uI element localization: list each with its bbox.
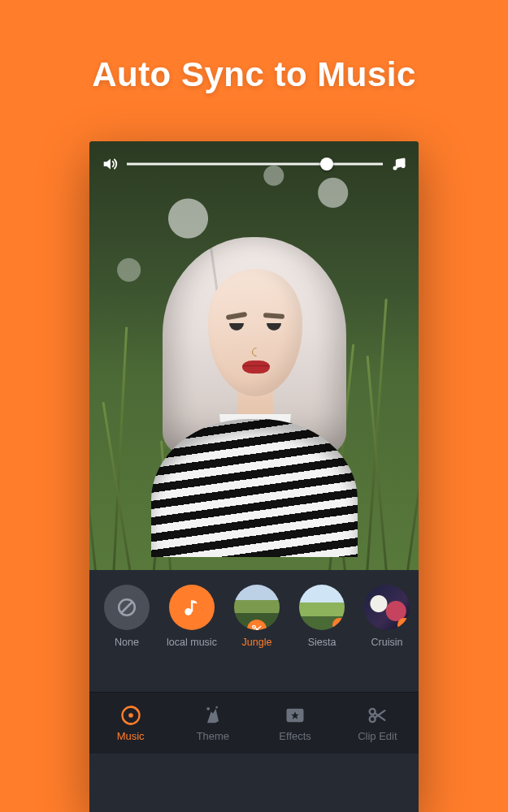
music-track-none[interactable]: None (101, 585, 153, 648)
track-thumb-local[interactable] (169, 585, 215, 630)
tab-label: Clip Edit (358, 730, 397, 742)
download-icon[interactable] (332, 618, 345, 630)
volume-slider[interactable] (127, 156, 383, 172)
music-note-icon[interactable] (391, 156, 407, 172)
svg-line-4 (122, 603, 132, 613)
volume-icon[interactable] (101, 155, 119, 173)
app-screen: Nonelocal musicJungleSiestaCruisinJu Mus… (89, 141, 419, 812)
clipedit-icon (366, 704, 389, 727)
bottom-panel: Nonelocal musicJungleSiestaCruisinJu Mus… (89, 570, 419, 812)
music-track-local[interactable]: local music (166, 585, 218, 648)
hero-title: Auto Sync to Music (0, 55, 508, 94)
music-track-cruisin[interactable]: Cruisin (361, 585, 413, 648)
tab-effects[interactable]: Effects (254, 692, 336, 754)
download-icon[interactable] (397, 618, 410, 630)
tab-label: Effects (279, 730, 311, 742)
svg-point-17 (206, 706, 210, 710)
volume-bar (101, 153, 407, 175)
tab-label: Music (117, 730, 145, 742)
track-thumb-cruisin[interactable] (364, 585, 410, 630)
theme-icon (202, 704, 224, 727)
tab-music[interactable]: Music (89, 692, 172, 754)
track-thumb-none[interactable] (104, 585, 150, 630)
music-track-jungle[interactable]: Jungle (231, 585, 283, 648)
tab-clipedit[interactable]: Clip Edit (336, 692, 419, 754)
track-label: Cruisin (371, 637, 403, 648)
music-track-siesta[interactable]: Siesta (296, 585, 348, 648)
music-icon (119, 704, 142, 727)
effects-icon (284, 704, 306, 727)
track-label: Jungle (242, 637, 272, 648)
tab-bar: MusicThemeEffectsClip Edit (89, 692, 419, 754)
svg-marker-0 (104, 159, 111, 170)
track-label: local music (167, 637, 217, 648)
preview-subject (161, 237, 348, 529)
track-thumb-siesta[interactable] (299, 585, 345, 630)
svg-point-5 (185, 608, 192, 615)
tab-label: Theme (197, 730, 229, 742)
svg-point-16 (128, 713, 133, 718)
tab-theme[interactable]: Theme (172, 692, 254, 754)
svg-point-18 (215, 706, 218, 708)
track-label: Siesta (308, 637, 336, 648)
music-track-strip[interactable]: Nonelocal musicJungleSiestaCruisinJu (89, 570, 419, 692)
track-label: None (115, 637, 139, 648)
video-preview[interactable] (89, 141, 419, 570)
svg-rect-6 (191, 600, 193, 611)
track-thumb-jungle[interactable] (234, 585, 280, 630)
